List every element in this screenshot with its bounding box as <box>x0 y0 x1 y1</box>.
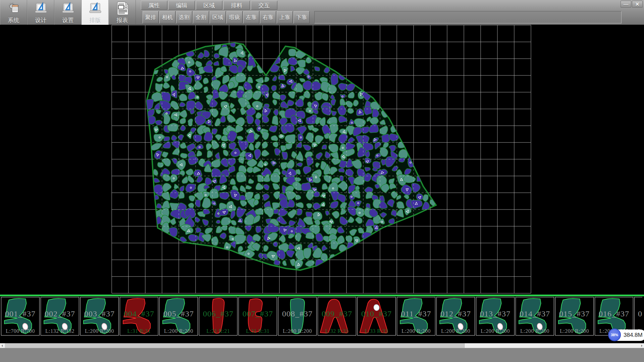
piece-lr-count: L:21 R:21 <box>199 328 237 334</box>
menu-item-交互[interactable]: 交互 <box>251 1 277 10</box>
piece-id: 009_#37 <box>318 309 356 318</box>
piece-id: 006_#37 <box>199 309 237 318</box>
minimize-button[interactable]: — <box>621 1 631 8</box>
nesting-canvas[interactable] <box>0 25 644 295</box>
menu-item-属性[interactable]: 属性 <box>141 1 167 10</box>
tab-label: 报表 <box>117 16 128 24</box>
piece-thumbnail-003_#37[interactable]: 003_#37 L:200 R:200 <box>80 297 119 336</box>
status-bar <box>0 348 644 362</box>
piece-thumbnail-006_#37[interactable]: 006_#37 L:21 R:21 <box>199 297 237 336</box>
tool-button-相机[interactable]: 相机 <box>159 11 175 23</box>
close-button[interactable]: ✕ <box>632 1 643 8</box>
window-controls: — ✕ <box>621 1 643 8</box>
scroll-left-arrow-icon[interactable]: ‹ <box>0 343 5 348</box>
piece-lr-count: L:32 R:31 <box>318 328 356 334</box>
piece-thumbnail-010_#37[interactable]: 010_#37 L:33 R:33 <box>357 297 396 336</box>
layout-icon <box>88 1 102 15</box>
piece-thumbnail-002_#37[interactable]: 002_#37 L:132 R:132 <box>41 297 79 336</box>
tab-label: 设置 <box>62 16 74 24</box>
piece-lr-count: L:200 R:200 <box>80 328 118 334</box>
menu-item-区域[interactable]: 区域 <box>196 1 222 10</box>
scroll-right-arrow-icon[interactable]: › <box>639 343 644 348</box>
tool-button-全割[interactable]: 全割 <box>193 11 209 23</box>
tool-button-右靠[interactable]: 右靠 <box>260 11 276 23</box>
piece-lr-count: L:200 R:200 <box>437 328 475 334</box>
piece-thumbnail-strip: 001_#37 L:700 R:700 002_#37 L:132 R:132 … <box>0 296 644 343</box>
tool-button-左靠[interactable]: 左靠 <box>243 11 259 23</box>
piece-lr-count: L:31 R:31 <box>239 328 277 334</box>
piece-id: 008_#37 <box>278 309 316 318</box>
horizontal-scrollbar[interactable]: ‹ › <box>0 343 644 348</box>
piece-id: 015_#37 <box>555 309 593 318</box>
piece-thumbnail-008_#37[interactable]: 008_#37 L:200 R:200 <box>278 297 317 336</box>
tool-button-下靠[interactable]: 下靠 <box>293 11 310 23</box>
piece-id: 012_#37 <box>437 309 475 318</box>
tab-label: 系统 <box>8 16 19 24</box>
piece-lr-count: L:31 R:31 <box>120 328 158 334</box>
piece-id: 001_#37 <box>1 309 39 318</box>
tab-系统[interactable]: 系统 <box>0 0 27 25</box>
piece-id: 011_#37 <box>397 309 435 318</box>
tab-排版[interactable]: 排版 <box>82 0 109 25</box>
piece-id: 0 <box>635 309 642 318</box>
piece-id: 005_#37 <box>160 309 198 318</box>
list-sheet <box>12 5 18 12</box>
piece-lr-count: L:33 R:33 <box>358 328 395 334</box>
menu-bar: 属性编辑区域排料交互 <box>141 1 277 10</box>
piece-lr-count: L:200 R:200 <box>278 328 316 334</box>
menu-item-编辑[interactable]: 编辑 <box>168 1 195 10</box>
leather-hide-layout <box>0 25 644 295</box>
tool-button-聚排[interactable]: 聚排 <box>143 11 159 23</box>
piece-thumbnail-001_#37[interactable]: 001_#37 L:700 R:700 <box>1 297 40 336</box>
piece-lr-count: L:132 R:132 <box>41 328 79 334</box>
memory-percent: 38% <box>608 328 621 341</box>
tab-设计[interactable]: 设计 <box>27 0 54 25</box>
piece-thumbnail-011_#37[interactable]: 011_#37 L:200 R:200 <box>397 297 435 336</box>
scrollbar-thumb[interactable] <box>5 343 465 348</box>
piece-id: 004_#37 <box>120 309 158 318</box>
piece-lr-count: L:200 R:200 <box>160 328 198 334</box>
tool-button-选割[interactable]: 选割 <box>176 11 192 23</box>
mode-tab-bar: 系统 设计 设置 排版 <box>0 0 136 25</box>
piece-thumbnail-015_#37[interactable]: 015_#37 L:200 R:200 <box>555 297 594 336</box>
settings-icon <box>61 1 75 15</box>
piece-id: 007_#37 <box>239 309 277 318</box>
tool-button-瑕疵[interactable]: 瑕疵 <box>226 11 243 23</box>
tool-button-上靠[interactable]: 上靠 <box>277 11 293 23</box>
piece-lr-count: L:200 R:200 <box>555 328 593 334</box>
piece-thumbnail-009_#37[interactable]: 009_#37 L:32 R:31 <box>318 297 356 336</box>
tool-button-区域[interactable]: 区域 <box>210 11 226 23</box>
design-icon <box>34 1 48 15</box>
tab-label: 设计 <box>35 16 47 24</box>
piece-thumbnail-012_#37[interactable]: 012_#37 L:200 R:200 <box>436 297 475 336</box>
toolbar-recess-panel <box>314 11 622 23</box>
menu-item-排料[interactable]: 排料 <box>223 1 250 10</box>
piece-lr-count: L:200 R:200 <box>516 328 554 334</box>
piece-lr-count: L:700 R:700 <box>1 328 39 334</box>
tab-设置[interactable]: 设置 <box>54 0 82 25</box>
piece-thumbnail-005_#37[interactable]: 005_#37 L:200 R:200 <box>159 297 198 336</box>
piece-thumbnail-007_#37[interactable]: 007_#37 L:31 R:31 <box>238 297 277 336</box>
tool-button-bar: 聚排相机选割全割区域瑕疵左靠右靠上靠下靠 <box>143 11 310 23</box>
tab-label: 排版 <box>90 16 101 24</box>
piece-id: 002_#37 <box>41 309 79 318</box>
toolbar: 系统 设计 设置 排版 <box>0 0 644 25</box>
piece-lr-count: L:200 R:200 <box>476 328 514 334</box>
piece-thumbnail-004_#37[interactable]: 004_#37 L:31 R:31 <box>120 297 158 336</box>
piece-id: 013_#37 <box>476 309 514 318</box>
report-icon <box>115 1 129 15</box>
piece-thumbnail-014_#37[interactable]: 014_#37 L:200 R:200 <box>516 297 554 336</box>
piece-id: 014_#37 <box>516 309 554 318</box>
system-icon <box>7 1 21 15</box>
piece-id: 010_#37 <box>358 309 395 318</box>
piece-lr-count: L:200 R:200 <box>397 328 435 334</box>
memory-value: 384.8M <box>624 332 643 339</box>
tab-报表[interactable]: 报表 <box>109 0 136 25</box>
memory-badge: 38% 384.8M <box>608 329 644 341</box>
piece-id: 003_#37 <box>80 309 118 318</box>
piece-thumbnail-013_#37[interactable]: 013_#37 L:200 R:200 <box>476 297 515 336</box>
piece-id: 016_#37 <box>595 309 633 318</box>
